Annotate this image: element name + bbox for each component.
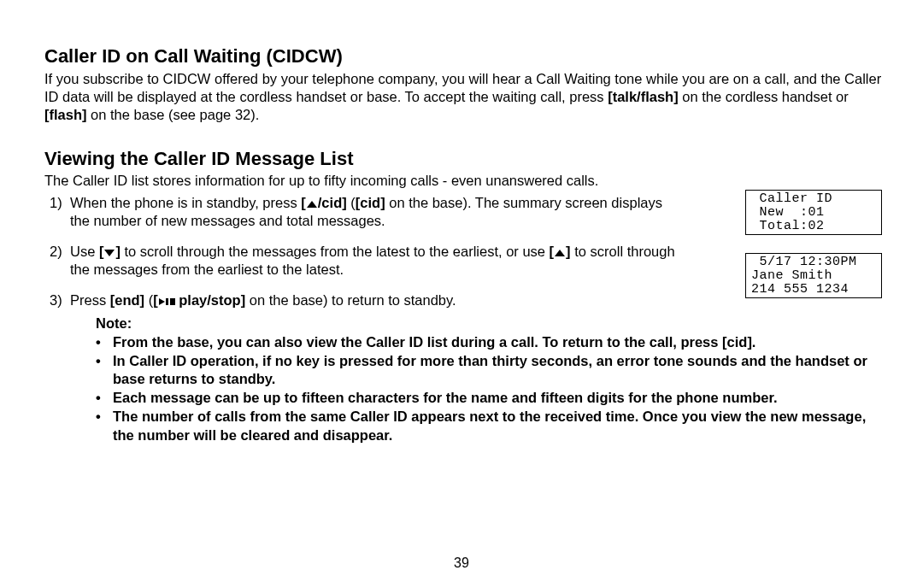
svg-marker-1: [104, 250, 115, 256]
text: to scroll through the messages from the …: [121, 244, 550, 259]
svg-rect-4: [166, 298, 168, 305]
note-text: From the base, you can also view the Cal…: [113, 333, 882, 352]
note-item: •The number of calls from the same Calle…: [96, 408, 882, 445]
key-talk-flash: [talk/flash]: [608, 89, 679, 104]
bullet-icon: •: [96, 333, 113, 352]
bullet-icon: •: [96, 352, 113, 390]
lcd-summary: Caller ID New :01 Total:02: [745, 190, 882, 235]
text: (: [144, 292, 153, 308]
key-play-stop: [ play/stop]: [153, 292, 245, 308]
arrow-down-icon: [103, 249, 115, 257]
cid-list-intro: The Caller ID list stores information fo…: [44, 172, 882, 190]
svg-marker-0: [307, 201, 317, 208]
note-block: Note: •From the base, you can also view …: [96, 315, 882, 445]
note-text: The number of calls from the same Caller…: [113, 408, 882, 445]
arrow-up-icon: [554, 249, 566, 257]
text: on the base) to return to standby.: [245, 292, 456, 308]
key-up: []: [550, 244, 571, 259]
key-up-cid: [/cid]: [301, 195, 346, 210]
heading-cid-list: Viewing the Caller ID Message List: [44, 147, 882, 171]
svg-marker-3: [159, 298, 165, 305]
text: When the phone is in standby, press: [70, 195, 301, 210]
note-item: •From the base, you can also view the Ca…: [96, 333, 882, 352]
step-number: 1): [44, 194, 70, 231]
play-stop-icon: [158, 292, 175, 310]
bullet-icon: •: [96, 408, 113, 445]
note-list: •From the base, you can also view the Ca…: [96, 333, 882, 445]
key-down: []: [99, 244, 121, 259]
note-text: Each message can be up to fifteen charac…: [113, 389, 882, 408]
lcd-message: 5/17 12:30PM Jane Smith 214 555 1234: [745, 253, 882, 298]
arrow-up-icon: [306, 200, 318, 209]
key-flash: [flash]: [44, 107, 87, 122]
text: on the cordless handset or: [679, 89, 849, 104]
key-end: [end]: [110, 292, 144, 308]
bullet-icon: •: [96, 389, 113, 408]
text: Use: [70, 244, 99, 259]
step-number: 2): [44, 243, 70, 279]
text: Press: [70, 292, 110, 308]
note-label: Note:: [96, 315, 882, 332]
key-cid: [cid]: [356, 195, 385, 210]
page-number: 39: [0, 556, 923, 571]
svg-marker-2: [555, 250, 565, 256]
text: on the base (see page 32).: [87, 107, 260, 122]
step-number: 3): [44, 291, 70, 310]
note-item: •In Caller ID operation, if no key is pr…: [96, 352, 882, 390]
note-item: •Each message can be up to fifteen chara…: [96, 389, 882, 408]
text: (: [347, 195, 356, 210]
cidcw-paragraph: If you subscribe to CIDCW offered by you…: [44, 70, 882, 125]
manual-page: Caller ID on Call Waiting (CIDCW) If you…: [0, 0, 923, 588]
heading-cidcw: Caller ID on Call Waiting (CIDCW): [44, 44, 882, 68]
note-text: In Caller ID operation, if no key is pre…: [113, 352, 882, 390]
